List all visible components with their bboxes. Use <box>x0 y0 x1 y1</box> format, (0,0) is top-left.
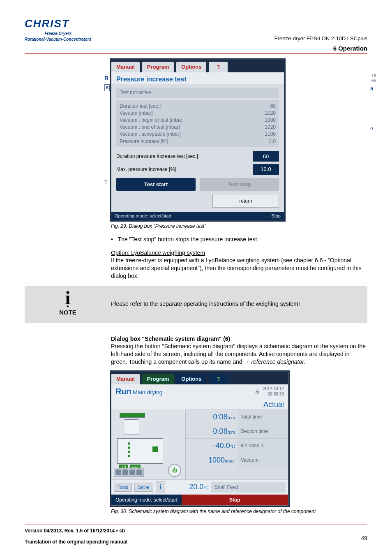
page-number: 49 <box>361 534 367 542</box>
dialog6-heading: Dialog box "Schematic system diagram" (6… <box>111 335 230 342</box>
fig30-caption: Fig. 30: Schematic system diagram with t… <box>111 508 367 515</box>
page-header: CHRIST Freeze Dryers Rotational-Vacuum-C… <box>25 16 367 42</box>
pressure-increase-dialog: Manual Program Options ? Pressure increa… <box>111 60 284 220</box>
set-button[interactable]: Set ⊕ <box>134 483 154 492</box>
duration-input-label: Duration pressure increase test [sec.] <box>116 153 198 160</box>
edge-char: 55 <box>371 78 376 84</box>
footer-mode[interactable]: Operating mode: select/start <box>115 213 171 219</box>
duration-input-value[interactable]: 60 <box>253 151 279 162</box>
note-text: Please refer to the separate operating i… <box>111 300 367 308</box>
run-title: Run <box>115 387 131 396</box>
logo-tagline-1: Freeze Dryers <box>25 31 91 37</box>
param-box: Duration test [sec.]60 Vacuum [mbar]1020… <box>116 100 279 147</box>
version-line: Version 04/2013, Rev. 1.5 of 16/12/2014 … <box>25 527 367 534</box>
reading-row: -40.0°CIce cond.1 <box>186 438 288 453</box>
power-button-icon[interactable]: ⏻ <box>168 464 181 477</box>
test-stop-button[interactable]: Test stop <box>200 178 279 191</box>
bullet-test-stop: • The "Test stop" button stops the press… <box>111 236 367 243</box>
tab-manual[interactable]: Manual <box>111 62 140 72</box>
reading-row: 1000mbarVacuum <box>186 453 288 467</box>
logo-brand: CHRIST <box>25 16 91 31</box>
page-footer: Version 04/2013, Rev. 1.5 of 16/12/2014 … <box>25 525 367 545</box>
logo-tagline-2: Rotational-Vacuum-Concentrators <box>25 37 91 42</box>
tab-help[interactable]: ? <box>209 62 228 72</box>
run-subtitle: Main drying <box>133 389 162 395</box>
max-increase-input-label: Max. pressure increase [%] <box>116 166 176 173</box>
info-button[interactable]: i <box>156 481 165 493</box>
tab-program-2[interactable]: Program <box>142 374 174 384</box>
max-increase-input-value[interactable]: 10.0 <box>253 164 279 175</box>
dialog6-paragraph: Pressing the button "Schematic system di… <box>111 343 366 365</box>
actual-label: Actual <box>111 399 288 409</box>
fig29-caption: Fig. 29: Dialog box "Pressure increase t… <box>111 223 367 229</box>
duration-input-row: Duration pressure increase test [sec.] 6… <box>116 151 279 162</box>
edge-char: R <box>104 74 108 82</box>
footer-stop[interactable]: Stop <box>271 213 281 219</box>
edge-char: a <box>370 85 373 92</box>
option-heading: Option: LyoBalance weighing system <box>111 250 205 256</box>
reading-row: 0:08h:mSection time <box>186 424 288 438</box>
header-divider <box>25 53 367 54</box>
readings-panel: 0:08h:mTotal time 0:08h:mSection time -4… <box>186 409 288 479</box>
return-button[interactable]: return <box>212 195 279 207</box>
footer-mode-2[interactable]: Operating mode: select/start <box>111 495 182 505</box>
param-row: Pressure increase [%]2.0 <box>120 138 276 145</box>
tab-program[interactable]: Program <box>142 62 174 72</box>
footer-stop-button[interactable]: Stop <box>182 495 288 505</box>
reading-row: 0:08h:mTotal time <box>186 409 288 424</box>
dialog-footer: Operating mode: select/start Stop <box>111 212 284 220</box>
schematic-diagram[interactable]: +V1 MA1 ⏻ <box>111 409 186 479</box>
tab-help-2[interactable]: ? <box>209 374 228 384</box>
valve-icon[interactable] <box>152 446 158 452</box>
edge-char: e <box>370 125 373 132</box>
option-paragraph: If the freeze-dryer is equipped with a L… <box>111 257 362 279</box>
info-icon: i● <box>25 291 111 308</box>
param-row: Vacuum : begin of test [mbar]1000 <box>120 117 276 123</box>
param-row: Duration test [sec.]60 <box>120 103 276 109</box>
param-row: Vacuum : acceptable [mbar]1100 <box>120 131 276 137</box>
tab-options[interactable]: Options <box>176 62 206 72</box>
chapter-title: 6 Operation <box>25 44 367 53</box>
tools-button[interactable]: Tools <box>114 483 132 492</box>
tab-manual-2[interactable]: Manual <box>111 374 140 384</box>
edge-char: S <box>104 84 110 91</box>
timestamp: 2012-10-12 08:56:38 <box>263 386 284 397</box>
tab-bar: Manual Program Options ? <box>111 60 284 72</box>
param-row: Vacuum : end of test [mbar]1020 <box>120 124 276 130</box>
max-increase-input-row: Max. pressure increase [%] 10.0 <box>116 164 279 175</box>
translation-line: Translation of the original operating ma… <box>25 539 367 545</box>
tab-bar-2: Manual Program Options ? <box>111 372 288 384</box>
test-status: Test not active <box>116 88 279 97</box>
mini-icon-tray[interactable] <box>114 468 144 477</box>
dialog-title: Pressure increase test <box>111 72 284 85</box>
edge-char: T <box>104 179 107 185</box>
param-row: Vacuum [mbar]1020 <box>120 110 276 116</box>
schematic-system-dialog: Manual Program Options ? Run Main drying… <box>111 372 288 506</box>
test-start-button[interactable]: Test start <box>116 178 196 191</box>
note-label: NOTE <box>25 308 111 317</box>
note-band: i● NOTE Please refer to the separate ope… <box>25 286 367 322</box>
tab-options-2[interactable]: Options <box>176 374 206 384</box>
printer-icon[interactable]: 🖨 <box>255 388 260 395</box>
logo-block: CHRIST Freeze Dryers Rotational-Vacuum-C… <box>25 16 91 42</box>
product-name: Freeze-dryer EPSILON 2-10D LSCplus <box>274 35 367 42</box>
